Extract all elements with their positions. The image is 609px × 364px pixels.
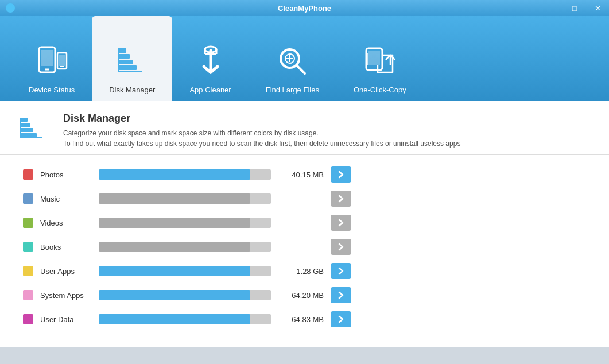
svg-rect-6 <box>118 65 137 70</box>
photos-arrow-button[interactable] <box>331 166 351 183</box>
user-data-arrow-button[interactable] <box>331 311 351 327</box>
svg-rect-9 <box>118 48 126 53</box>
system-apps-size: 64.20 MB <box>278 291 324 300</box>
music-color-box <box>23 193 33 204</box>
user-data-bar-container <box>99 314 271 324</box>
svg-line-20 <box>297 65 305 73</box>
books-color-box <box>23 242 33 252</box>
window-title: CleanMyPhone <box>278 4 331 13</box>
sidebar-item-find-large-files[interactable]: Find Large Files <box>249 16 336 101</box>
system-apps-bar-fill <box>99 290 250 300</box>
bottom-bar <box>0 347 609 364</box>
photos-color-box <box>23 169 33 180</box>
user-data-label: User Data <box>40 315 92 324</box>
sidebar-item-app-cleaner[interactable]: App Cleaner <box>172 16 248 101</box>
svg-rect-8 <box>118 54 130 59</box>
disk-manager-label: Disk Manager <box>109 86 155 94</box>
system-apps-bar-container <box>99 290 271 300</box>
disk-manager-icon <box>112 41 152 81</box>
books-bar-container <box>99 242 271 252</box>
page-description-1: Categorize your disk space and mark spac… <box>63 128 460 138</box>
one-click-copy-icon <box>360 41 400 81</box>
device-status-icon <box>32 41 72 81</box>
user-apps-bar-fill <box>99 266 250 276</box>
photos-bar-container <box>99 169 271 180</box>
sidebar-item-device-status[interactable]: Device Status <box>11 16 92 101</box>
user-apps-bar-container <box>99 266 271 276</box>
svg-rect-25 <box>368 51 380 65</box>
window-controls: — □ ✕ <box>540 0 609 16</box>
page-header-text: Disk Manager Categorize your disk space … <box>63 113 460 149</box>
videos-label: Videos <box>40 219 92 227</box>
user-apps-label: User Apps <box>40 267 92 276</box>
nav-bar: Device Status Disk Manager <box>0 16 609 101</box>
books-bar-fill <box>99 242 250 252</box>
user-apps-size: 1.28 GB <box>278 267 324 276</box>
photos-size: 40.15 MB <box>278 171 324 179</box>
music-arrow-button <box>331 191 351 207</box>
close-button[interactable]: ✕ <box>586 0 609 16</box>
photos-bar-fill <box>99 169 250 180</box>
find-large-files-icon <box>272 41 312 81</box>
minimize-button[interactable]: — <box>540 0 563 16</box>
find-large-files-label: Find Large Files <box>266 86 319 94</box>
music-label: Music <box>40 195 92 203</box>
disk-row-books: Books <box>23 239 586 255</box>
maximize-button[interactable]: □ <box>563 0 586 16</box>
page-header: Disk Manager Categorize your disk space … <box>0 101 609 155</box>
sidebar-item-one-click-copy[interactable]: One-Click-Copy <box>336 16 424 101</box>
svg-rect-1 <box>41 50 53 66</box>
svg-rect-31 <box>21 118 28 122</box>
page-description-2: To find out what exactly takes up disk s… <box>63 138 460 149</box>
system-apps-arrow-button[interactable] <box>331 287 351 303</box>
app-cleaner-label: App Cleaner <box>189 86 231 94</box>
svg-rect-7 <box>118 60 133 64</box>
music-bar-container <box>99 193 271 204</box>
page-icon <box>17 113 52 147</box>
system-apps-label: System Apps <box>40 291 92 300</box>
books-label: Books <box>40 243 92 251</box>
disk-row-music: Music <box>23 191 586 207</box>
user-apps-arrow-button[interactable] <box>331 263 351 279</box>
user-data-bar-fill <box>99 314 250 324</box>
books-arrow-button <box>331 239 351 255</box>
one-click-copy-label: One-Click-Copy <box>354 86 406 94</box>
music-bar-fill <box>99 193 250 204</box>
photos-label: Photos <box>40 171 92 179</box>
svg-rect-29 <box>21 128 33 132</box>
disk-row-user-data: User Data64.83 MB <box>23 311 586 327</box>
disk-row-photos: Photos40.15 MB <box>23 166 586 183</box>
title-bar: CleanMyPhone — □ ✕ <box>0 0 609 16</box>
close-dot <box>6 3 15 13</box>
user-data-size: 64.83 MB <box>278 315 324 324</box>
disk-row-user-apps: User Apps1.28 GB <box>23 263 586 279</box>
device-status-label: Device Status <box>29 86 75 94</box>
sidebar-item-disk-manager[interactable]: Disk Manager <box>92 16 172 101</box>
videos-bar-container <box>99 218 271 228</box>
user-apps-color-box <box>23 266 33 276</box>
user-data-color-box <box>23 314 33 324</box>
videos-arrow-button <box>331 215 351 231</box>
svg-rect-28 <box>21 133 37 137</box>
app-cleaner-icon <box>191 41 231 81</box>
content-area: Disk Manager Categorize your disk space … <box>0 101 609 347</box>
disk-row-videos: Videos <box>23 215 586 231</box>
disk-content: Photos40.15 MB Music Videos Books User A… <box>0 155 609 347</box>
svg-rect-4 <box>59 55 65 66</box>
main-window: CleanMyPhone — □ ✕ Device Status <box>0 0 609 364</box>
page-title: Disk Manager <box>63 113 460 125</box>
svg-rect-30 <box>21 123 30 127</box>
videos-color-box <box>23 218 33 228</box>
videos-bar-fill <box>99 218 250 228</box>
disk-row-system-apps: System Apps64.20 MB <box>23 287 586 303</box>
system-apps-color-box <box>23 290 33 300</box>
